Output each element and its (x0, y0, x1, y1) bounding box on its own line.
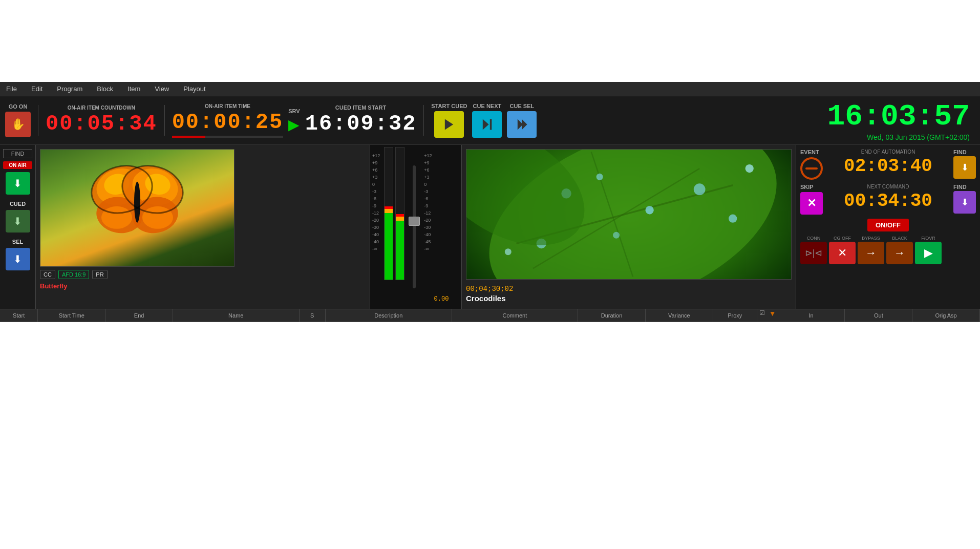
svg-point-28 (729, 215, 737, 223)
conn-button[interactable]: ⊳|⊲ (800, 242, 827, 264)
scale-label-6: +6 (372, 166, 380, 174)
pr-badge: PR (92, 270, 107, 279)
fader-handle[interactable] (409, 217, 420, 226)
go-on-button[interactable]: ✋ (5, 112, 31, 137)
menu-block[interactable]: Block (95, 84, 115, 94)
on-air-preview (40, 149, 235, 267)
menu-program[interactable]: Program (55, 84, 84, 94)
progress-bar (172, 136, 284, 138)
scale-label-60: -∞ (372, 245, 380, 252)
db-label-r30n: -30 (424, 224, 432, 231)
svg-point-25 (646, 206, 654, 214)
afd-badge: AFD 16:9 (58, 270, 89, 279)
bypass-button[interactable]: → (858, 242, 884, 264)
srv-play-icon: ▶ (288, 116, 300, 133)
cue-sel-section: CUE SEL (507, 103, 537, 138)
col-orig-asp: Orig Asp (912, 309, 980, 322)
find-next-button[interactable]: ⬇ (953, 191, 976, 214)
cg-off-button[interactable]: ✕ (829, 242, 856, 264)
menu-edit[interactable]: Edit (29, 84, 45, 94)
on-air-download-button[interactable]: ⬇ (6, 172, 30, 195)
cue-next-section: CUE NEXT (472, 103, 502, 138)
menu-playout[interactable]: Playout (181, 84, 207, 94)
cg-off-col: CG OFF ✕ (829, 236, 856, 264)
conn-label: CONN (807, 236, 821, 241)
start-cued-button[interactable] (434, 111, 464, 138)
svg-rect-2 (490, 119, 492, 130)
col-comment: Comment (452, 309, 579, 322)
meter-green-r (396, 221, 404, 280)
col-in: In (778, 309, 845, 322)
svg-point-31 (745, 164, 754, 173)
on-air-item-time-display: 00:00:25 (172, 110, 284, 135)
left-channel-meter (384, 147, 393, 280)
menu-file[interactable]: File (4, 84, 19, 94)
scale-label-20: -20 (372, 217, 380, 224)
proxy-checkbox[interactable]: ☑ (757, 309, 768, 316)
skip-section: SKIP ✕ (800, 184, 823, 215)
cue-sel-button[interactable] (507, 111, 537, 138)
cued-download-button[interactable]: ⬇ (6, 210, 30, 233)
end-automation-section: END OF AUTOMATION 02:03:40 (826, 149, 950, 177)
fader-track (413, 165, 416, 288)
col-out: Out (845, 309, 912, 322)
left-panel: FIND ON AIR ⬇ CUED ⬇ SEL ⬇ (0, 145, 36, 309)
menu-view[interactable]: View (153, 84, 171, 94)
svg-point-26 (694, 183, 706, 195)
end-automation-time: 02:03:40 (826, 156, 950, 177)
db-right-labels: +12 +9 +6 +3 0 -3 -6 -9 -12 -20 -30 -40 … (424, 147, 432, 307)
cued-clip-name: Crocodiles (466, 294, 792, 303)
scale-label-3b: -3 (372, 188, 380, 195)
db-label-r40n: -40 (424, 231, 432, 238)
col-start: Start (0, 309, 38, 322)
find-right-top-label: FIND (953, 149, 967, 155)
main-content-area: FIND ON AIR ⬇ CUED ⬇ SEL ⬇ (0, 145, 980, 309)
on-air-info-bar: CC AFD 16:9 PR (40, 270, 366, 279)
skip-next-icon (480, 117, 494, 132)
db-label-r9n: -9 (424, 202, 432, 209)
scale-label-0: 0 (372, 181, 380, 188)
checkbox-icon: ☑ (759, 309, 765, 316)
meter-yellow (385, 209, 393, 213)
scale-label-40: -40 (372, 231, 380, 238)
find-event-button[interactable]: ⬇ (953, 156, 976, 179)
db-label-r3: +3 (424, 174, 432, 181)
separator-3 (423, 105, 424, 136)
skip-button[interactable]: ✕ (800, 192, 823, 215)
sel-panel-label: SEL (3, 239, 32, 245)
on-off-button[interactable]: ON/OFF (867, 219, 909, 231)
scale-label-9b: -9 (372, 202, 380, 209)
scale-label-6b: -6 (372, 195, 380, 202)
table-header-row: Start Start Time End Name S Description … (0, 309, 980, 322)
butterfly-image (86, 156, 188, 250)
conn-col: CONN ⊳|⊲ (800, 236, 827, 264)
fovr-button[interactable]: ▶ (915, 242, 942, 264)
db-label-r3n: -3 (424, 188, 432, 195)
main-clock-display: 16:03:57 (827, 100, 970, 133)
fader-section (407, 147, 422, 307)
download-event-icon: ⬇ (961, 162, 969, 173)
cue-next-button[interactable] (472, 111, 502, 138)
menu-item[interactable]: Item (125, 84, 142, 94)
start-cued-section: START CUED (431, 103, 467, 138)
db-label-r12: +12 (424, 152, 432, 159)
on-air-clip-name: Butterfly (40, 282, 366, 290)
separator-1 (38, 105, 38, 136)
cued-item-start-section: CUED ITEM START 16:09:32 (305, 104, 417, 136)
col-duration: Duration (578, 309, 646, 322)
svg-marker-4 (522, 119, 527, 130)
event-label: EVENT (800, 149, 823, 155)
cue-sel-label: CUE SEL (510, 103, 535, 109)
black-col: BLACK → (886, 236, 913, 264)
bypass-col: BYPASS → (858, 236, 884, 264)
no-entry-icon (800, 157, 823, 180)
menu-bar: File Edit Program Block Item View Playou… (0, 82, 980, 96)
db-label-r6n: -6 (424, 195, 432, 202)
fovr-label: F/OVR (921, 236, 935, 241)
db-label-rinf: -∞ (424, 245, 432, 252)
arrow-right-icon: → (865, 246, 877, 260)
black-button[interactable]: → (886, 242, 913, 264)
sel-download-button[interactable]: ⬇ (6, 248, 30, 270)
srv-label: SRV (288, 108, 300, 114)
proxy-arrow-icon: ▼ (768, 309, 778, 318)
